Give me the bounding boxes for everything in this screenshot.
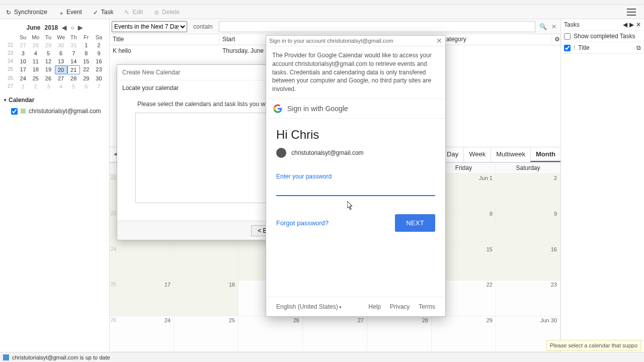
view-week[interactable]: Week bbox=[463, 147, 491, 162]
grid-cell[interactable]: 18 bbox=[174, 281, 238, 316]
minical-day[interactable]: 22 bbox=[80, 65, 93, 74]
event-title: K hello bbox=[110, 46, 219, 55]
minical-day[interactable]: 4 bbox=[29, 49, 42, 57]
minical-day[interactable]: 12 bbox=[42, 57, 54, 65]
minical-day[interactable]: 5 bbox=[67, 82, 80, 90]
minical-day[interactable]: 14 bbox=[67, 57, 80, 65]
edit-button[interactable]: ✎Edit bbox=[121, 8, 146, 17]
tasks-close-icon[interactable]: ✕ bbox=[636, 21, 641, 28]
provider-disclaimer: The Provider for Google Calendar would l… bbox=[266, 46, 445, 99]
columns-gear-icon[interactable]: ⚙ bbox=[551, 34, 560, 45]
minical-day[interactable]: 7 bbox=[67, 49, 80, 57]
minical-day[interactable]: 8 bbox=[80, 49, 93, 57]
minical-day[interactable]: 28 bbox=[29, 41, 42, 49]
grid-dow: Saturday bbox=[496, 163, 560, 174]
calendar-checkbox[interactable] bbox=[11, 108, 18, 115]
next-month-icon[interactable]: ▶ bbox=[78, 24, 83, 31]
delete-button[interactable]: ⊘Delete bbox=[151, 8, 183, 17]
minical-day[interactable]: 27 bbox=[17, 41, 29, 49]
minical-day[interactable]: 23 bbox=[93, 65, 105, 74]
minical-day[interactable]: 24 bbox=[17, 74, 29, 82]
help-link[interactable]: Help bbox=[368, 303, 381, 310]
minical-day[interactable]: 26 bbox=[42, 74, 54, 82]
grid-cell[interactable]: 27 bbox=[303, 316, 367, 352]
minical-day[interactable]: 2 bbox=[29, 82, 42, 90]
calendar-list-item[interactable]: christutorialsyt@gmail.com bbox=[0, 107, 109, 116]
events-range-select[interactable]: Events in the Next 7 Days bbox=[112, 21, 187, 32]
google-greeting: Hi Chris bbox=[276, 128, 435, 142]
delete-icon: ⊘ bbox=[154, 9, 160, 15]
minical-day[interactable]: 9 bbox=[93, 49, 105, 57]
minical-day[interactable]: 6 bbox=[80, 82, 93, 90]
grid-cell[interactable]: 29 bbox=[432, 316, 496, 352]
today-icon[interactable]: ○ bbox=[70, 24, 74, 31]
show-completed-checkbox[interactable] bbox=[564, 33, 571, 40]
grid-daynum: 16 bbox=[551, 246, 557, 252]
minical-day[interactable]: 18 bbox=[29, 65, 42, 74]
grid-cell[interactable] bbox=[174, 245, 238, 281]
grid-cell[interactable]: 26 bbox=[238, 316, 303, 352]
minical-day[interactable]: 4 bbox=[55, 82, 67, 90]
minical-day[interactable]: 29 bbox=[42, 41, 54, 49]
minical-day[interactable]: 5 bbox=[42, 49, 54, 57]
minical-day[interactable]: 7 bbox=[93, 82, 105, 90]
grid-cell[interactable]: 25 bbox=[174, 316, 238, 352]
grid-daynum: 24 bbox=[165, 317, 171, 323]
minical-day[interactable]: 13 bbox=[55, 57, 67, 65]
google-next-button[interactable]: NEXT bbox=[395, 214, 435, 232]
minical-day[interactable]: 21 bbox=[67, 65, 80, 74]
grid-cell[interactable]: 9 bbox=[496, 210, 560, 245]
prev-month-icon[interactable]: ◀ bbox=[62, 24, 66, 31]
view-multiweek[interactable]: Multiweek bbox=[491, 147, 530, 162]
minical-day[interactable]: 6 bbox=[55, 49, 67, 57]
language-select[interactable]: English (United States) bbox=[276, 303, 342, 310]
col-title[interactable]: Title bbox=[110, 34, 219, 45]
password-input[interactable] bbox=[276, 182, 435, 196]
minical-day[interactable]: 31 bbox=[67, 41, 80, 49]
tasks-title-checkbox[interactable] bbox=[564, 45, 571, 51]
minical-day[interactable]: 30 bbox=[55, 41, 67, 49]
minical-day[interactable]: 19 bbox=[42, 65, 54, 74]
minical-day[interactable]: 17 bbox=[17, 65, 29, 74]
tasks-next-icon[interactable]: ▶ bbox=[629, 21, 634, 28]
tasks-prev-icon[interactable]: ◀ bbox=[623, 21, 627, 28]
minical-day[interactable]: 2 bbox=[93, 41, 105, 49]
minical-day[interactable]: 15 bbox=[80, 57, 93, 65]
grid-cell[interactable]: 2517 bbox=[110, 281, 174, 316]
minical-day[interactable]: 30 bbox=[93, 74, 105, 82]
minical-day[interactable]: 25 bbox=[29, 74, 42, 82]
synchronize-button[interactable]: ↻Synchronize bbox=[3, 8, 50, 17]
minical-day[interactable]: 3 bbox=[17, 49, 29, 57]
calendar-section-heading[interactable]: Calendar bbox=[0, 94, 109, 107]
menu-icon[interactable] bbox=[627, 9, 636, 16]
terms-link[interactable]: Terms bbox=[419, 303, 435, 310]
grid-cell[interactable]: 2624 bbox=[110, 316, 174, 352]
filter-input[interactable] bbox=[219, 21, 535, 32]
grid-cell[interactable]: 24 bbox=[110, 245, 174, 281]
minical-day[interactable]: 16 bbox=[93, 57, 105, 65]
minical-day[interactable]: 10 bbox=[17, 57, 29, 65]
minical-day[interactable]: 11 bbox=[29, 57, 42, 65]
tasks-pane: Tasks ◀ ▶ ✕ Show completed Tasks ! Title… bbox=[560, 19, 644, 352]
grid-cell[interactable]: 16 bbox=[496, 245, 560, 281]
grid-cell[interactable]: 23 bbox=[496, 281, 560, 316]
privacy-link[interactable]: Privacy bbox=[390, 303, 410, 310]
search-icon[interactable]: 🔍 bbox=[539, 23, 547, 30]
forgot-password-link[interactable]: Forgot password? bbox=[276, 219, 329, 227]
minical-day[interactable]: 29 bbox=[80, 74, 93, 82]
view-month[interactable]: Month bbox=[530, 147, 560, 162]
minical-day[interactable]: 3 bbox=[42, 82, 54, 90]
new-event-button[interactable]: ＋Event bbox=[55, 8, 85, 17]
dialog-close-icon[interactable]: ✕ bbox=[436, 37, 442, 45]
grid-cell[interactable]: 28 bbox=[367, 316, 432, 352]
minical-day[interactable]: 28 bbox=[67, 74, 80, 82]
minical-day[interactable]: 1 bbox=[17, 82, 29, 90]
grid-cell[interactable]: 2 bbox=[496, 174, 560, 210]
clear-filter-icon[interactable]: ✕ bbox=[551, 23, 558, 30]
tasks-sort-icon[interactable]: ⧉ bbox=[636, 44, 641, 51]
new-task-button[interactable]: ✓Task bbox=[90, 8, 117, 17]
minical-day[interactable]: 1 bbox=[80, 41, 93, 49]
minical-day[interactable]: 20 bbox=[55, 65, 67, 74]
minical-day[interactable]: 27 bbox=[55, 74, 67, 82]
col-category[interactable]: Category bbox=[439, 34, 551, 45]
